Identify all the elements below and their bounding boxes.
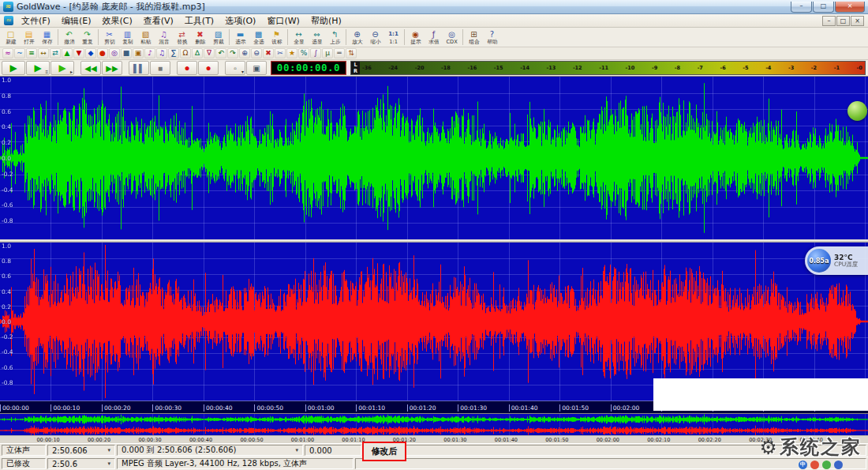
toolbar-view-selection-button[interactable]: ▬选示 [231, 28, 249, 47]
maximize-button[interactable]: □ [813, 2, 834, 13]
effect-boost-icon[interactable]: ⊕ [239, 48, 250, 58]
toolbar-zoom-1-1-button[interactable]: 1:11:1 [384, 28, 402, 47]
toolbar-save-button[interactable]: ▦保存 [38, 28, 56, 47]
tray-red-icon[interactable] [810, 461, 819, 469]
effect-flatten-icon[interactable]: ═ [334, 48, 345, 58]
effect-clip-icon[interactable]: ✂ [275, 48, 286, 58]
toolbar-separator [58, 29, 58, 45]
meter-channel-labels: L R [351, 62, 360, 74]
effect-volume-shape-icon[interactable]: ≈ [2, 48, 13, 58]
transport-play-fast-button[interactable]: ▶▸ [51, 61, 74, 75]
toolbar-zoom-out-button[interactable]: ⊖缩小 [366, 28, 384, 47]
transport-stop-button[interactable]: ■ [150, 61, 170, 75]
toolbar-cue-points-button[interactable]: ◉提示 [406, 28, 425, 47]
effect-env-undo-icon[interactable]: ↶ [215, 48, 226, 58]
effect-chorus-icon[interactable]: ♫ [156, 48, 167, 58]
effect-percent-icon[interactable]: % [298, 48, 309, 58]
transport-fast-forward-button[interactable]: ▶▶ [102, 61, 122, 75]
toolbar-cut-button[interactable]: ✂剪切 [100, 28, 118, 47]
transport-play-selection-button[interactable]: ▶≡ [26, 61, 50, 75]
status-selection-dropdown[interactable]: 0.000 到 2:50.606 (2:50.606) ▾ [117, 445, 303, 456]
effect-equalizer-icon[interactable]: ≡ [26, 48, 37, 58]
status-file-length-dropdown[interactable]: 2:50.6 ▾ [47, 458, 115, 469]
floating-green-badge[interactable] [847, 101, 867, 121]
left-waveform-canvas[interactable] [0, 77, 868, 239]
toolbar-delete-button[interactable]: ✖删除 [191, 28, 209, 47]
toolbar-undo-button[interactable]: ↶撤消 [60, 28, 78, 47]
menu-item-effect[interactable]: 效果(C) [96, 14, 137, 28]
toolbar-new-button[interactable]: □新建 [2, 28, 20, 47]
effect-echo-icon[interactable]: ♪ [144, 48, 155, 58]
status-length-dropdown[interactable]: 2:50.606 ▾ [47, 445, 115, 456]
close-button[interactable]: × [835, 2, 865, 13]
overview-strip[interactable] [0, 413, 868, 435]
effect-remove-icon[interactable]: ✖ [263, 48, 274, 58]
toolbar-batch-button[interactable]: ⊞组合 [465, 28, 483, 47]
effect-fade-in-icon[interactable]: ▲ [62, 48, 73, 58]
effect-preset-icon[interactable]: ★ [286, 48, 297, 58]
effect-reduce-icon[interactable]: ⊖ [251, 48, 262, 58]
toolbar-show-all-button[interactable]: ↔全显 [290, 28, 308, 47]
toolbar-expression-button[interactable]: ƒ求值 [425, 28, 443, 47]
transport-pause-button[interactable]: ▌▌ [129, 61, 149, 75]
toolbar-trim-button[interactable]: ▨剪裁 [209, 28, 227, 47]
effect-env-redo-icon[interactable]: ↷ [227, 48, 238, 58]
minimize-button[interactable]: – [791, 2, 812, 13]
toolbar-mix-button[interactable]: ♫混音 [155, 28, 173, 47]
menu-item-view[interactable]: 查看(V) [138, 14, 179, 28]
toolbar-paste-button[interactable]: ▧粘贴 [137, 28, 155, 47]
effect-compressor-icon[interactable]: ■ [121, 48, 132, 58]
menu-item-options[interactable]: 选项(O) [219, 14, 261, 28]
transport-record-new-button[interactable]: ● [198, 61, 219, 75]
effect-gate-icon[interactable]: ▣ [133, 48, 144, 58]
input-method-icon[interactable]: 中 [799, 461, 807, 469]
toolbar-set-marker-button[interactable]: ⚑设标 [268, 28, 286, 47]
effect-impedance-icon[interactable]: Ω [180, 48, 191, 58]
overview-canvas[interactable] [0, 414, 868, 436]
transport-record-button[interactable]: ● [177, 61, 197, 75]
effect-level-icon[interactable]: ● [97, 48, 108, 58]
toolbar-redo-button[interactable]: ↷重复 [78, 28, 96, 47]
mdi-close-button[interactable]: × [851, 16, 864, 26]
cpu-temp-widget[interactable]: 0.85a 32°C CPU温度 [805, 246, 868, 275]
toolbar-replace-button[interactable]: ⇄替换 [173, 28, 191, 47]
toolbar-cdx-button[interactable]: ◎CDX [443, 28, 461, 47]
cpu-usage-ball[interactable]: 0.85a [807, 249, 831, 273]
menu-item-tool[interactable]: 工具(T) [179, 14, 219, 28]
effect-peak-icon[interactable]: ∆ [192, 48, 203, 58]
tray-blue-icon[interactable] [834, 461, 843, 469]
toolbar-zoom-in-button[interactable]: ⊕放大 [348, 28, 366, 47]
effect-shuffle-icon[interactable]: ⇅ [346, 48, 357, 58]
tray-green-icon[interactable] [822, 461, 831, 469]
effect-dip-icon[interactable]: ∇ [204, 48, 215, 58]
effect-reverb-icon[interactable]: ◎ [109, 48, 120, 58]
menu-item-file[interactable]: 文件(F) [16, 14, 56, 28]
toolbar-select-all-button[interactable]: ▩全选 [249, 28, 268, 47]
toolbar-show-selection-button[interactable]: ⇔选显 [308, 28, 326, 47]
pause-icon: ▌▌ [133, 64, 144, 73]
effect-swap-channels-icon[interactable]: ⇄ [50, 48, 61, 58]
toolbar-previous-zoom-button[interactable]: ↰上步 [326, 28, 344, 47]
right-waveform-canvas[interactable] [0, 243, 868, 400]
record-icon: ● [184, 62, 189, 73]
mdi-minimize-button[interactable]: – [822, 16, 836, 26]
toolbar-copy-button[interactable]: ▥复制 [118, 28, 137, 47]
effect-pitch-icon[interactable]: ~ [14, 48, 25, 58]
document-icon[interactable]: ≈ [4, 16, 13, 25]
transport-monitor-checkbox-button[interactable]: ▫▾ [225, 61, 245, 75]
transport-play-button[interactable]: ▶ [2, 61, 25, 75]
transport-rewind-button[interactable]: ◀◀ [80, 61, 101, 75]
toolbar-open-button[interactable]: ▤打开 [20, 28, 38, 47]
menu-item-window[interactable]: 窗口(W) [261, 14, 305, 28]
menu-item-edit[interactable]: 编辑(E) [56, 14, 97, 28]
menu-item-help[interactable]: 帮助(H) [305, 14, 347, 28]
effect-integrate-icon[interactable]: ∫ [310, 48, 321, 58]
transport-output-device-button[interactable]: ▣ [246, 61, 267, 75]
toolbar-help-button[interactable]: ?帮助 [483, 28, 501, 47]
effect-fade-out-icon[interactable]: ▼ [73, 48, 84, 58]
effect-sum-icon[interactable]: ∑ [168, 48, 179, 58]
mdi-restore-button[interactable]: □ [836, 16, 850, 26]
effect-micro-icon[interactable]: µ [322, 48, 333, 58]
effect-time-stretch-icon[interactable]: ↔ [38, 48, 49, 58]
effect-doppler-icon[interactable]: ◆ [85, 48, 96, 58]
